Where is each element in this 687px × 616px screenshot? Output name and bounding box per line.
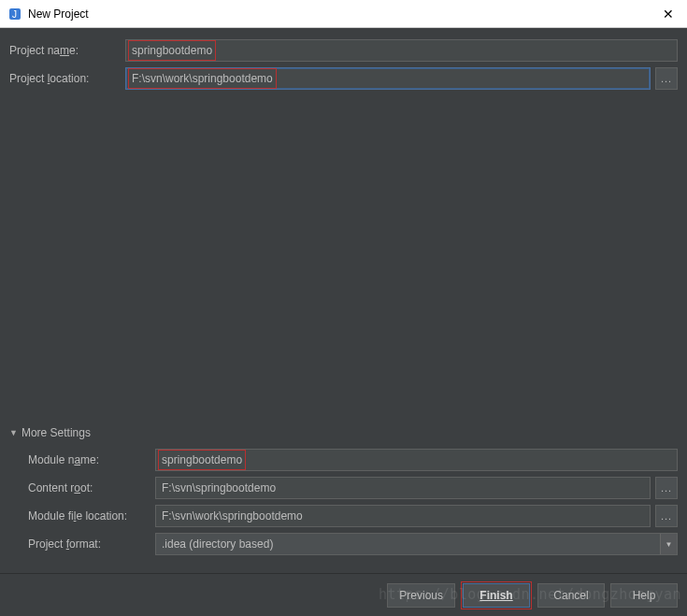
- module-file-value: F:\svn\work\springbootdemo: [162, 509, 303, 523]
- project-name-input[interactable]: springbootdemo: [125, 39, 678, 62]
- cancel-button[interactable]: Cancel: [537, 583, 605, 608]
- more-settings-panel: Module name: springbootdemo Content root…: [9, 449, 678, 555]
- svg-text:J: J: [12, 9, 17, 20]
- previous-label: Previous: [399, 589, 443, 602]
- module-name-value: springbootdemo: [158, 450, 246, 470]
- project-format-label: Project format:: [9, 537, 155, 551]
- project-format-value: .idea (directory based): [162, 537, 273, 551]
- project-location-input[interactable]: F:\svn\work\springbootdemo: [125, 67, 651, 90]
- project-format-row: Project format: .idea (directory based) …: [9, 533, 678, 555]
- finish-highlight: Finish: [461, 581, 532, 609]
- finish-label: Finish: [479, 589, 512, 602]
- title-bar: J New Project ✕: [0, 0, 687, 28]
- close-icon[interactable]: ✕: [657, 7, 680, 21]
- dropdown-arrow-icon: ▼: [660, 534, 677, 554]
- module-name-input[interactable]: springbootdemo: [155, 449, 678, 471]
- project-name-label: Project name:: [9, 44, 125, 57]
- module-file-input[interactable]: F:\svn\work\springbootdemo: [155, 505, 651, 527]
- project-location-label: Project location:: [9, 72, 125, 85]
- content-root-row: Content root: F:\svn\springbootdemo ...: [9, 477, 678, 499]
- module-file-row: Module file location: F:\svn\work\spring…: [9, 505, 678, 527]
- content-root-value: F:\svn\springbootdemo: [162, 481, 276, 494]
- project-name-row: Project name: springbootdemo: [9, 39, 678, 62]
- help-button[interactable]: Help: [610, 583, 678, 608]
- more-settings-toggle[interactable]: ▼ More Settings: [9, 423, 678, 449]
- project-location-row: Project location: F:\svn\work\springboot…: [9, 67, 678, 90]
- chevron-down-icon: ▼: [9, 428, 18, 437]
- content-root-label: Content root:: [9, 481, 155, 494]
- dialog-footer: Previous Finish Cancel Help: [0, 573, 687, 616]
- previous-button[interactable]: Previous: [387, 583, 455, 608]
- finish-button[interactable]: Finish: [463, 583, 530, 608]
- more-settings-label: More Settings: [21, 426, 91, 439]
- window-title: New Project: [28, 7, 657, 21]
- help-label: Help: [633, 589, 656, 602]
- module-name-row: Module name: springbootdemo: [9, 449, 678, 471]
- project-name-value: springbootdemo: [128, 40, 216, 61]
- content-root-input[interactable]: F:\svn\springbootdemo: [155, 477, 651, 499]
- dialog-content: Project name: springbootdemo Project loc…: [0, 28, 687, 555]
- module-name-label: Module name:: [9, 453, 155, 466]
- project-location-value: F:\svn\work\springbootdemo: [128, 68, 277, 89]
- content-root-browse-button[interactable]: ...: [655, 477, 678, 499]
- module-file-browse-button[interactable]: ...: [655, 505, 678, 527]
- cancel-label: Cancel: [553, 589, 588, 602]
- project-location-browse-button[interactable]: ...: [655, 67, 678, 90]
- project-format-select[interactable]: .idea (directory based) ▼: [155, 533, 678, 555]
- app-icon: J: [7, 7, 22, 21]
- spacer: [9, 95, 678, 423]
- module-file-label: Module file location:: [9, 509, 155, 523]
